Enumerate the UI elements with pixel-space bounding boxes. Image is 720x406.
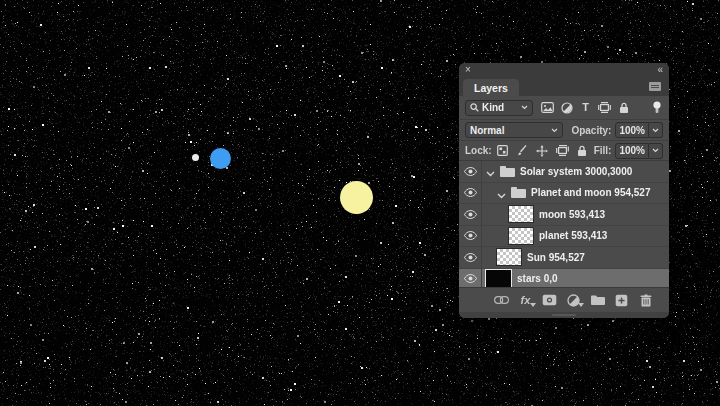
add-layer-mask-icon[interactable] [542,293,557,307]
filter-type-icons: T [541,101,663,114]
panel-tabbar: Layers [459,76,669,96]
visibility-eye-icon[interactable] [459,204,482,225]
fill-chevron-button[interactable] [649,143,663,159]
drag-handle[interactable] [552,314,576,316]
lock-transparency-icon[interactable] [496,144,509,157]
delete-layer-trash-icon[interactable] [638,293,653,307]
collapse-panel-icon[interactable]: « [657,65,663,75]
layer-row-sun[interactable]: Sun 954,527 [459,247,669,269]
layer-thumbnail[interactable] [508,227,534,245]
lock-all-icon[interactable] [576,144,589,157]
link-layers-icon[interactable] [494,293,509,307]
opacity-chevron-button[interactable] [649,122,663,138]
lock-row: Lock: Fill: 100% [459,141,669,161]
kind-filter-label: Kind [482,102,504,113]
opacity-value[interactable]: 100% [615,122,649,138]
layer-row-stars[interactable]: stars 0,0 [459,269,669,288]
panel-resize-strip[interactable] [459,312,669,318]
adjustment-layer-filter-icon[interactable] [560,101,573,114]
layer-row-planet[interactable]: planet 593,413 [459,226,669,248]
layer-row-solar-system[interactable]: Solar system 3000,3000 [459,161,669,183]
type-layer-filter-icon[interactable]: T [579,101,592,114]
layer-name[interactable]: Planet and moon 954,527 [531,187,651,198]
panel-titlebar: × « [459,63,669,76]
group-folder-icon [511,187,526,198]
photoshop-canvas[interactable]: × « Layers Kind [0,0,720,406]
layer-row-moon[interactable]: moon 593,413 [459,204,669,226]
lock-pixels-brush-icon[interactable] [516,144,529,157]
chevron-down-icon [551,128,558,133]
panel-footer: fx [459,287,669,312]
sun-shape[interactable] [340,181,373,214]
visibility-eye-icon[interactable] [459,226,482,247]
panel-menu-icon[interactable] [649,82,661,91]
lock-artboard-icon[interactable] [556,144,569,157]
layer-thumbnail[interactable] [508,205,534,223]
layer-thumbnail[interactable] [496,248,522,266]
group-folder-icon [500,166,515,177]
filter-row: Kind T [459,96,669,120]
blend-mode-value: Normal [470,125,504,136]
pixel-layer-filter-icon[interactable] [541,101,554,114]
blend-mode-dropdown[interactable]: Normal [465,122,563,138]
fill-label: Fill: [594,145,612,156]
lock-position-move-icon[interactable] [536,144,549,157]
visibility-eye-icon[interactable] [459,247,482,268]
group-expand-chevron-icon[interactable] [497,190,506,196]
layer-name[interactable]: Solar system 3000,3000 [520,166,632,177]
layer-name[interactable]: planet 593,413 [539,230,607,241]
layer-row-planet-and-moon[interactable]: Planet and moon 954,527 [459,183,669,205]
new-adjustment-layer-icon[interactable] [566,293,581,307]
chevron-down-icon [521,105,528,110]
visibility-eye-icon[interactable] [459,269,482,288]
layer-list: Solar system 3000,3000 Planet and moon 9… [459,161,669,287]
new-group-folder-icon[interactable] [590,293,605,307]
filtering-toggle-icon[interactable] [650,101,663,114]
shape-layer-filter-icon[interactable] [598,101,611,114]
moon-shape[interactable] [192,154,199,161]
close-icon[interactable]: × [465,65,471,75]
blend-row: Normal Opacity: 100% [459,120,669,141]
layers-panel: × « Layers Kind [459,63,669,318]
group-expand-chevron-icon[interactable] [486,168,495,174]
smart-object-filter-icon[interactable] [617,101,630,114]
lock-icons [496,144,589,157]
visibility-eye-icon[interactable] [459,183,482,204]
tab-layers[interactable]: Layers [463,79,519,96]
planet-shape[interactable] [210,148,231,169]
layer-thumbnail[interactable] [485,269,512,287]
lock-label: Lock: [465,145,492,156]
layer-name[interactable]: moon 593,413 [539,209,605,220]
kind-filter-dropdown[interactable]: Kind [465,100,533,116]
layer-style-fx-icon[interactable]: fx [518,293,533,307]
layer-name[interactable]: stars 0,0 [517,273,558,284]
layer-name[interactable]: Sun 954,527 [527,252,585,263]
search-icon [470,103,479,112]
new-layer-icon[interactable] [614,293,629,307]
opacity-label: Opacity: [571,125,611,136]
fill-value[interactable]: 100% [615,143,649,159]
visibility-eye-icon[interactable] [459,161,482,182]
